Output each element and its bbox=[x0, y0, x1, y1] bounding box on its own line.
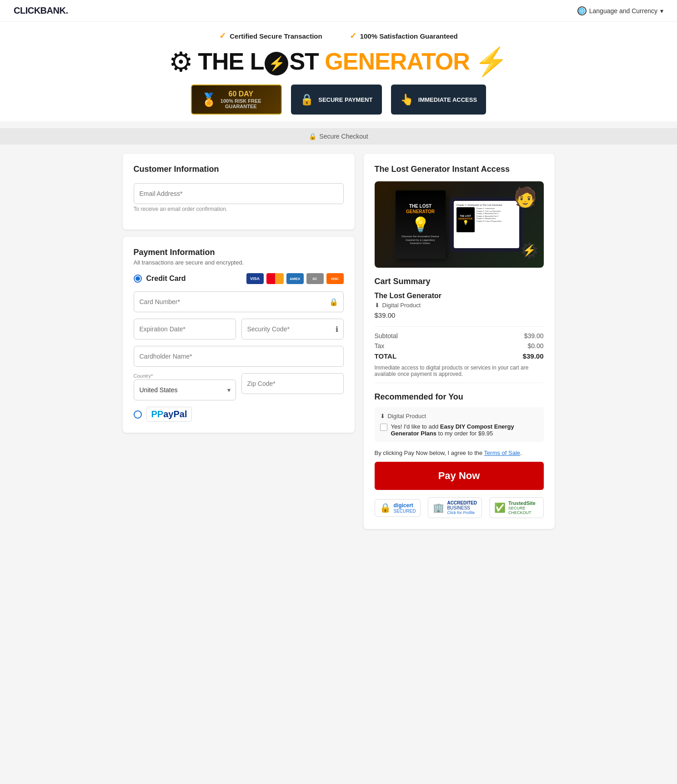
zip-input[interactable] bbox=[241, 373, 344, 394]
badge-60day-title: 60 DAY bbox=[221, 90, 261, 98]
right-panel-inner: The Lost Generator Instant Access THE LO… bbox=[364, 154, 555, 529]
digital-product-row: ⬇ Digital Product bbox=[375, 302, 544, 309]
rec-download-icon: ⬇ bbox=[380, 413, 385, 419]
expiry-input[interactable] bbox=[134, 319, 236, 340]
chevron-down-icon: ▾ bbox=[660, 7, 663, 15]
country-select[interactable]: United States bbox=[134, 380, 236, 400]
security-code-input[interactable] bbox=[241, 319, 344, 340]
info-icon: ℹ bbox=[336, 325, 338, 334]
cart-note: Immediate access to digital products or … bbox=[375, 365, 544, 377]
digicert-icon: 🔒 bbox=[380, 502, 391, 513]
hero-title-text: THE L⚡ST GENERATOR bbox=[198, 48, 470, 75]
order-title: The Lost Generator Instant Access bbox=[375, 165, 544, 174]
checkmark-icon-1: ✓ bbox=[219, 31, 226, 41]
trustedsite-icon: ✅ bbox=[494, 502, 506, 513]
rec-text: Yes! I'd like to add Easy DIY Compost En… bbox=[391, 423, 538, 437]
payment-info-panel: Payment Information All transactions are… bbox=[123, 237, 355, 433]
tablet-screen: Chapter 1: Introduction to The Lost Gene… bbox=[454, 201, 519, 248]
expiry-security-row: ℹ bbox=[134, 319, 344, 346]
right-panel: The Lost Generator Instant Access THE LO… bbox=[364, 154, 555, 529]
expiry-group bbox=[134, 319, 236, 340]
credit-card-radio[interactable] bbox=[134, 275, 142, 283]
tablet-header: Chapter 1: Introduction to The Lost Gene… bbox=[456, 204, 517, 206]
product-image-area: THE LOST GENERATOR 💡 Discover the Innova… bbox=[375, 181, 544, 268]
generator-text: GENERATOR bbox=[325, 48, 469, 75]
checkmark-icon-2: ✓ bbox=[350, 31, 356, 41]
bbb-business: BUSINESS bbox=[447, 505, 477, 510]
gear-bolt-icon: ⚙ ⚡ bbox=[520, 238, 539, 263]
logo-text: CLICKBANK. bbox=[14, 5, 68, 15]
tax-value: $0.00 bbox=[527, 342, 543, 350]
cart-divider-1 bbox=[375, 326, 544, 327]
zip-group bbox=[241, 373, 344, 400]
language-currency-button[interactable]: 🌐 Language and Currency ▾ bbox=[577, 6, 663, 15]
secure-checkout-text: Secure Checkout bbox=[319, 133, 368, 140]
terms-text: By clicking Pay Now below, I agree to th… bbox=[375, 449, 544, 456]
lightning-o-icon: ⚡ bbox=[265, 52, 288, 75]
book-subtitle: Discover the Innovative Device Inspired … bbox=[400, 235, 441, 245]
header: CLICKBANK. 🌐 Language and Currency ▾ bbox=[0, 0, 677, 22]
rec-digital-row: ⬇ Digital Product bbox=[380, 413, 538, 419]
lang-currency-label: Language and Currency bbox=[589, 7, 657, 15]
tax-label: Tax bbox=[375, 342, 385, 350]
main-content: Customer Information To receive an email… bbox=[116, 154, 562, 529]
bolt-icon-right: ⚡ bbox=[474, 45, 508, 78]
bbb-badge: 🏢 ACCREDITED BUSINESS Click for Profile bbox=[428, 497, 482, 518]
payment-info-subtitle: All transactions are secure and encrypte… bbox=[134, 259, 344, 266]
pay-now-button[interactable]: Pay Now bbox=[375, 462, 544, 490]
paypal-option: PPayPal bbox=[134, 407, 344, 422]
email-input[interactable] bbox=[134, 183, 344, 204]
book-cover: THE LOST GENERATOR 💡 Discover the Innova… bbox=[396, 190, 446, 259]
left-panel: Customer Information To receive an email… bbox=[123, 154, 355, 529]
globe-icon: 🌐 bbox=[577, 6, 587, 15]
gear-icon: ⚙ bbox=[169, 46, 193, 78]
discover-logo: DISC bbox=[326, 273, 344, 284]
recommended-box: ⬇ Digital Product Yes! I'd like to add E… bbox=[375, 407, 544, 442]
lock-icon: 🔒 bbox=[300, 93, 314, 106]
hero-checks: ✓ Certified Secure Transaction ✓ 100% Sa… bbox=[14, 31, 663, 41]
cardholder-group bbox=[134, 346, 344, 367]
trust-badges: 🔒 digicert SECURED 🏢 ACCREDITED BUSINESS… bbox=[375, 497, 544, 518]
amex-logo: AMEX bbox=[286, 273, 304, 284]
cardholder-input[interactable] bbox=[134, 346, 344, 367]
secure-payment-badge: 🔒 SECURE PAYMENT bbox=[291, 85, 382, 115]
paypal-radio[interactable] bbox=[134, 410, 142, 419]
customer-info-title: Customer Information bbox=[134, 165, 344, 174]
guarantee-badge: 🏅 60 DAY 100% RISK FREE GUARANTEE bbox=[191, 85, 282, 115]
bulb-icon: 💡 bbox=[411, 216, 430, 233]
bbb-title: ACCREDITED bbox=[447, 500, 477, 505]
hero-badges: 🏅 60 DAY 100% RISK FREE GUARANTEE 🔒 SECU… bbox=[14, 85, 663, 121]
person-bolt-icon: 🧑 bbox=[513, 186, 537, 208]
payment-info-title: Payment Information bbox=[134, 248, 344, 257]
cart-divider-2 bbox=[375, 383, 544, 383]
country-group: Country* United States ▾ Country* bbox=[134, 373, 236, 400]
card-number-input[interactable] bbox=[134, 291, 344, 312]
mastercard-logo bbox=[266, 273, 284, 284]
recommended-title: Recommended for You bbox=[375, 392, 544, 402]
trustedsite-badge: ✅ TrustedSite SECURE CHECKOUT bbox=[489, 497, 544, 518]
tablet-content: THE LOST GENERATOR 💡 Chapter 1: Introduc… bbox=[456, 207, 517, 232]
medal-icon: 🏅 bbox=[201, 92, 217, 107]
cart-summary-title: Cart Summary bbox=[375, 277, 544, 286]
download-icon: ⬇ bbox=[375, 302, 380, 309]
email-hint: To receive an email order confirmation. bbox=[134, 206, 344, 212]
digicert-badge: 🔒 digicert SECURED bbox=[375, 499, 421, 517]
subtotal-value: $39.00 bbox=[524, 332, 544, 340]
immediate-access-badge: 👆 IMMEDIATE ACCESS bbox=[391, 85, 486, 115]
hero-title: ⚙ THE L⚡ST GENERATOR ⚡ bbox=[14, 45, 663, 78]
total-row: TOTAL $39.00 bbox=[375, 352, 544, 360]
security-group: ℹ bbox=[241, 319, 344, 340]
lock-small-icon: 🔒 bbox=[309, 133, 316, 140]
badge-guarantee: GUARANTEE bbox=[221, 104, 261, 109]
tablet-display: Chapter 1: Introduction to The Lost Gene… bbox=[450, 197, 523, 252]
hero-check-2: ✓ 100% Satisfaction Guaranteed bbox=[350, 31, 458, 41]
secure-checkout-bar: 🔒 Secure Checkout bbox=[0, 128, 677, 145]
card-lock-icon: 🔒 bbox=[329, 298, 338, 306]
trustedsite-title: TrustedSite bbox=[508, 500, 539, 506]
credit-card-label: Credit Card bbox=[146, 275, 186, 283]
terms-of-sale-link[interactable]: Terms of Sale bbox=[484, 449, 520, 456]
rec-product-checkbox[interactable] bbox=[380, 424, 387, 431]
bbb-icon: 🏢 bbox=[433, 502, 444, 513]
digital-product-label: Digital Product bbox=[382, 302, 421, 309]
tablet-area: Chapter 1: Introduction to The Lost Gene… bbox=[450, 197, 523, 252]
